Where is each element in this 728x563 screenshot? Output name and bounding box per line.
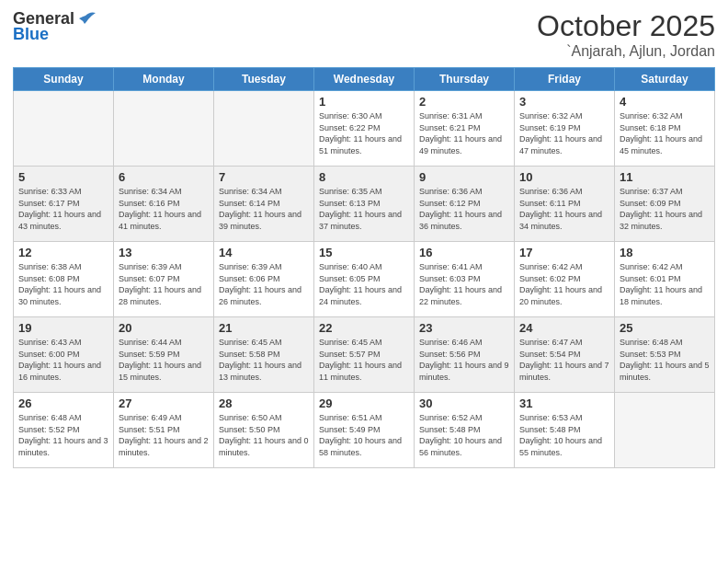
day-number: 15 — [319, 246, 409, 259]
table-row: 18Sunrise: 6:42 AMSunset: 6:01 PMDayligh… — [615, 242, 715, 317]
table-row: 31Sunrise: 6:53 AMSunset: 5:48 PMDayligh… — [515, 393, 615, 468]
title-area: October 2025 `Anjarah, Ajlun, Jordan — [537, 9, 715, 60]
table-row: 8Sunrise: 6:35 AMSunset: 6:13 PMDaylight… — [314, 167, 415, 242]
day-number: 6 — [119, 170, 209, 184]
table-row — [114, 91, 214, 167]
day-number: 20 — [119, 321, 209, 335]
table-row: 7Sunrise: 6:34 AMSunset: 6:14 PMDaylight… — [214, 167, 314, 242]
day-number: 9 — [419, 170, 509, 184]
day-info: Sunrise: 6:42 AMSunset: 6:01 PMDaylight:… — [620, 261, 710, 307]
month-title: October 2025 — [537, 9, 715, 43]
calendar-table: Sunday Monday Tuesday Wednesday Thursday… — [13, 67, 715, 468]
day-info: Sunrise: 6:40 AMSunset: 6:05 PMDaylight:… — [319, 261, 409, 307]
day-number: 1 — [319, 95, 409, 109]
day-info: Sunrise: 6:42 AMSunset: 6:02 PMDaylight:… — [519, 261, 609, 307]
table-row: 22Sunrise: 6:45 AMSunset: 5:57 PMDayligh… — [314, 317, 415, 393]
day-number: 7 — [219, 170, 309, 184]
day-number: 13 — [119, 246, 209, 259]
calendar-week-row: 26Sunrise: 6:48 AMSunset: 5:52 PMDayligh… — [14, 393, 715, 468]
day-number: 23 — [419, 321, 509, 335]
table-row: 26Sunrise: 6:48 AMSunset: 5:52 PMDayligh… — [14, 393, 114, 468]
day-number: 11 — [620, 170, 710, 184]
day-info: Sunrise: 6:48 AMSunset: 5:53 PMDaylight:… — [620, 337, 710, 383]
table-row: 16Sunrise: 6:41 AMSunset: 6:03 PMDayligh… — [415, 242, 515, 317]
logo-bird-icon — [75, 11, 96, 28]
day-info: Sunrise: 6:31 AMSunset: 6:21 PMDaylight:… — [419, 110, 509, 156]
day-info: Sunrise: 6:45 AMSunset: 5:58 PMDaylight:… — [219, 337, 309, 383]
table-row: 14Sunrise: 6:39 AMSunset: 6:06 PMDayligh… — [214, 242, 314, 317]
table-row: 15Sunrise: 6:40 AMSunset: 6:05 PMDayligh… — [314, 242, 415, 317]
day-number: 28 — [219, 396, 309, 410]
day-info: Sunrise: 6:43 AMSunset: 6:00 PMDaylight:… — [18, 337, 108, 383]
day-info: Sunrise: 6:45 AMSunset: 5:57 PMDaylight:… — [319, 337, 409, 383]
day-info: Sunrise: 6:39 AMSunset: 6:07 PMDaylight:… — [119, 261, 209, 307]
header-sunday: Sunday — [14, 68, 114, 91]
page-container: General Blue October 2025 `Anjarah, Ajlu… — [0, 0, 728, 563]
table-row: 12Sunrise: 6:38 AMSunset: 6:08 PMDayligh… — [14, 242, 114, 317]
header-saturday: Saturday — [615, 68, 715, 91]
day-info: Sunrise: 6:49 AMSunset: 5:51 PMDaylight:… — [119, 412, 209, 458]
day-info: Sunrise: 6:35 AMSunset: 6:13 PMDaylight:… — [319, 186, 409, 232]
day-number: 8 — [319, 170, 409, 184]
day-number: 24 — [519, 321, 609, 335]
header-tuesday: Tuesday — [214, 68, 314, 91]
location-title: `Anjarah, Ajlun, Jordan — [537, 43, 715, 60]
table-row: 30Sunrise: 6:52 AMSunset: 5:48 PMDayligh… — [415, 393, 515, 468]
day-info: Sunrise: 6:34 AMSunset: 6:14 PMDaylight:… — [219, 186, 309, 232]
calendar-week-row: 19Sunrise: 6:43 AMSunset: 6:00 PMDayligh… — [14, 317, 715, 393]
day-number: 2 — [419, 95, 509, 109]
calendar-week-row: 12Sunrise: 6:38 AMSunset: 6:08 PMDayligh… — [14, 242, 715, 317]
table-row: 21Sunrise: 6:45 AMSunset: 5:58 PMDayligh… — [214, 317, 314, 393]
table-row — [14, 91, 114, 167]
table-row — [615, 393, 715, 468]
day-info: Sunrise: 6:51 AMSunset: 5:49 PMDaylight:… — [319, 412, 409, 458]
day-info: Sunrise: 6:32 AMSunset: 6:18 PMDaylight:… — [620, 110, 710, 156]
day-info: Sunrise: 6:34 AMSunset: 6:16 PMDaylight:… — [119, 186, 209, 232]
day-info: Sunrise: 6:33 AMSunset: 6:17 PMDaylight:… — [18, 186, 108, 232]
table-row: 27Sunrise: 6:49 AMSunset: 5:51 PMDayligh… — [114, 393, 214, 468]
day-number: 18 — [620, 246, 710, 259]
day-info: Sunrise: 6:46 AMSunset: 5:56 PMDaylight:… — [419, 337, 509, 383]
logo: General Blue — [13, 9, 97, 44]
table-row: 23Sunrise: 6:46 AMSunset: 5:56 PMDayligh… — [415, 317, 515, 393]
header-wednesday: Wednesday — [314, 68, 415, 91]
header-monday: Monday — [114, 68, 214, 91]
day-number: 10 — [519, 170, 609, 184]
day-info: Sunrise: 6:38 AMSunset: 6:08 PMDaylight:… — [18, 261, 108, 307]
table-row: 28Sunrise: 6:50 AMSunset: 5:50 PMDayligh… — [214, 393, 314, 468]
day-info: Sunrise: 6:39 AMSunset: 6:06 PMDaylight:… — [219, 261, 309, 307]
day-info: Sunrise: 6:48 AMSunset: 5:52 PMDaylight:… — [18, 412, 108, 458]
day-number: 12 — [18, 246, 108, 259]
day-info: Sunrise: 6:41 AMSunset: 6:03 PMDaylight:… — [419, 261, 509, 307]
table-row: 11Sunrise: 6:37 AMSunset: 6:09 PMDayligh… — [615, 167, 715, 242]
table-row: 6Sunrise: 6:34 AMSunset: 6:16 PMDaylight… — [114, 167, 214, 242]
table-row: 5Sunrise: 6:33 AMSunset: 6:17 PMDaylight… — [14, 167, 114, 242]
day-number: 21 — [219, 321, 309, 335]
calendar-header-row: Sunday Monday Tuesday Wednesday Thursday… — [14, 68, 715, 91]
day-number: 31 — [519, 396, 609, 410]
day-number: 14 — [219, 246, 309, 259]
table-row: 20Sunrise: 6:44 AMSunset: 5:59 PMDayligh… — [114, 317, 214, 393]
table-row: 17Sunrise: 6:42 AMSunset: 6:02 PMDayligh… — [515, 242, 615, 317]
table-row: 4Sunrise: 6:32 AMSunset: 6:18 PMDaylight… — [615, 91, 715, 167]
day-number: 26 — [18, 396, 108, 410]
day-number: 19 — [18, 321, 108, 335]
table-row: 9Sunrise: 6:36 AMSunset: 6:12 PMDaylight… — [415, 167, 515, 242]
day-number: 29 — [319, 396, 409, 410]
table-row: 29Sunrise: 6:51 AMSunset: 5:49 PMDayligh… — [314, 393, 415, 468]
day-info: Sunrise: 6:44 AMSunset: 5:59 PMDaylight:… — [119, 337, 209, 383]
day-number: 5 — [18, 170, 108, 184]
calendar-week-row: 1Sunrise: 6:30 AMSunset: 6:22 PMDaylight… — [14, 91, 715, 167]
day-info: Sunrise: 6:47 AMSunset: 5:54 PMDaylight:… — [519, 337, 609, 383]
day-number: 4 — [620, 95, 710, 109]
table-row — [214, 91, 314, 167]
header-thursday: Thursday — [415, 68, 515, 91]
day-info: Sunrise: 6:36 AMSunset: 6:11 PMDaylight:… — [519, 186, 609, 232]
table-row: 10Sunrise: 6:36 AMSunset: 6:11 PMDayligh… — [515, 167, 615, 242]
calendar-week-row: 5Sunrise: 6:33 AMSunset: 6:17 PMDaylight… — [14, 167, 715, 242]
day-info: Sunrise: 6:32 AMSunset: 6:19 PMDaylight:… — [519, 110, 609, 156]
table-row: 25Sunrise: 6:48 AMSunset: 5:53 PMDayligh… — [615, 317, 715, 393]
table-row: 19Sunrise: 6:43 AMSunset: 6:00 PMDayligh… — [14, 317, 114, 393]
table-row: 13Sunrise: 6:39 AMSunset: 6:07 PMDayligh… — [114, 242, 214, 317]
day-number: 22 — [319, 321, 409, 335]
